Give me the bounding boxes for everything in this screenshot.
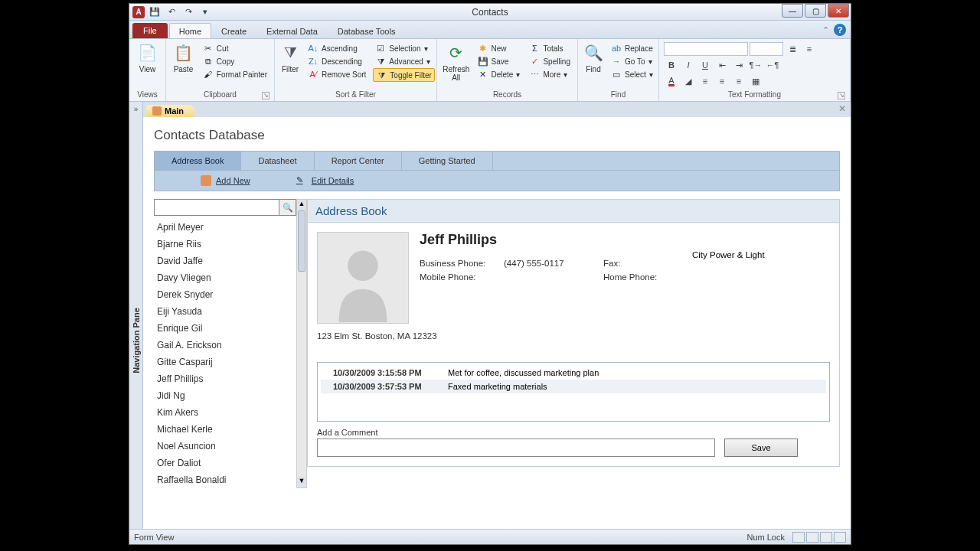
view-button[interactable]: 📄View [134,42,161,73]
list-item[interactable]: Davy Vliegen [154,269,296,286]
list-item[interactable]: Jeff Phillips [154,370,296,387]
list-item[interactable]: Eiji Yasuda [154,303,296,320]
edit-details-link[interactable]: ✎Edit Details [296,175,354,186]
tab-database-tools[interactable]: Database Tools [328,23,406,38]
remove-sort-button[interactable]: A⁄Remove Sort [305,68,368,80]
close-tab-icon[interactable]: ✕ [838,103,846,114]
design-view-icon[interactable] [834,532,846,543]
minimize-ribbon-icon[interactable]: ⌃ [822,25,829,35]
find-button[interactable]: 🔍Find [583,42,604,73]
search-input[interactable] [154,199,279,216]
italic-icon[interactable]: I [681,58,696,72]
layout-view-icon[interactable] [820,532,832,543]
subtab-datasheet[interactable]: Datasheet [241,152,314,170]
save-button[interactable]: Save [724,439,798,457]
indent-dec-icon[interactable]: ⇤ [714,58,730,72]
font-color-icon[interactable]: A [664,74,679,88]
format-painter-button[interactable]: 🖌Format Painter [201,68,270,80]
copy-button[interactable]: ⧉Copy [201,55,270,67]
minimize-button[interactable]: — [782,4,803,18]
file-tab[interactable]: File [132,23,168,38]
cut-button[interactable]: ✂Cut [201,42,270,54]
status-bar: Form View Num Lock [129,529,851,544]
qat-customize-icon[interactable]: ▾ [198,5,212,19]
scroll-down-icon[interactable]: ▼ [297,477,306,487]
sort-asc-icon: A↓ [308,43,318,54]
form-icon [152,106,162,116]
tab-create[interactable]: Create [211,23,256,38]
ltr-icon[interactable]: ¶→ [748,58,763,72]
align-center-icon[interactable]: ≡ [714,74,730,88]
close-button[interactable]: ✕ [828,4,849,18]
align-right-icon[interactable]: ≡ [731,74,746,88]
numbering-icon[interactable]: ≡ [802,42,817,56]
clipboard-dialog-icon[interactable]: ↘ [262,92,270,99]
bold-icon[interactable]: B [664,58,679,72]
font-size-select[interactable] [750,42,783,56]
toggle-filter-button[interactable]: ⧩Toggle Filter [373,68,434,82]
paste-button[interactable]: 📋Paste [171,42,196,73]
qat-undo-icon[interactable]: ↶ [165,5,178,19]
list-item[interactable]: Ofer Daliot [154,455,296,471]
gridlines-icon[interactable]: ▦ [748,74,763,88]
new-button[interactable]: ✱New [475,42,523,54]
font-family-select[interactable] [664,42,748,56]
expand-nav-icon[interactable]: » [129,102,142,113]
spelling-button[interactable]: ✓Spelling [527,55,573,67]
datasheet-view-icon[interactable] [806,532,818,543]
subtab-address-book[interactable]: Address Book [155,152,241,170]
filter-button[interactable]: ⧩Filter [279,42,301,73]
comment-input[interactable] [317,439,715,457]
navigation-pane-collapsed[interactable]: » Navigation Pane [129,102,143,529]
add-new-link[interactable]: Add New [201,175,250,186]
search-icon: 🔍 [283,203,293,213]
list-item[interactable]: Michael Kerle [154,421,296,438]
doc-tab-main[interactable]: Main [146,105,194,117]
replace-button[interactable]: abReplace [609,42,655,54]
subtab-getting-started[interactable]: Getting Started [402,152,493,170]
delete-button[interactable]: ✕Delete ▾ [475,68,523,80]
list-item[interactable]: Jidi Ng [154,387,296,404]
help-icon[interactable]: ? [834,24,846,36]
list-item[interactable]: Noel Asuncion [154,438,296,455]
tab-external-data[interactable]: External Data [256,23,328,38]
scroll-thumb[interactable] [298,210,305,272]
list-scrollbar[interactable]: ▲ ▼ [296,199,307,488]
goto-button[interactable]: →Go To ▾ [609,55,655,67]
list-item[interactable]: Raffaella Bonaldi [154,471,296,488]
scroll-up-icon[interactable]: ▲ [297,200,306,210]
list-item[interactable]: Gail A. Erickson [154,337,296,354]
descending-button[interactable]: Z↓Descending [305,55,368,67]
list-item[interactable]: Derek Snyder [154,286,296,303]
list-item[interactable]: David Jaffe [154,253,296,269]
ascending-button[interactable]: A↓Ascending [305,42,368,54]
totals-icon: Σ [529,43,540,54]
list-item[interactable]: Gitte Casparij [154,354,296,370]
indent-inc-icon[interactable]: ⇥ [731,58,746,72]
select-button[interactable]: ▭Select ▾ [609,68,655,80]
fill-color-icon[interactable]: ◢ [681,74,696,88]
refresh-all-button[interactable]: ⟳Refresh All [442,42,471,82]
advanced-button[interactable]: ⧩Advanced ▾ [373,55,434,67]
more-button[interactable]: ⋯More ▾ [527,68,573,80]
group-text-formatting: Text Formatting↘ [664,90,845,99]
subtab-report-center[interactable]: Report Center [315,152,402,170]
list-item[interactable]: April Meyer [154,219,296,236]
save-record-button[interactable]: 💾Save [475,55,523,67]
align-left-icon[interactable]: ≡ [697,74,713,88]
list-item[interactable]: Bjarne Riis [154,236,296,253]
textfmt-dialog-icon[interactable]: ↘ [838,92,845,99]
underline-icon[interactable]: U [697,58,713,72]
tab-home[interactable]: Home [169,23,211,38]
selection-button[interactable]: ☑Selection ▾ [373,42,434,54]
qat-redo-icon[interactable]: ↷ [181,5,195,19]
rtl-icon[interactable]: ←¶ [765,58,780,72]
totals-button[interactable]: ΣTotals [527,42,573,54]
qat-save-icon[interactable]: 💾 [148,5,162,19]
maximize-button[interactable]: ▢ [805,4,826,18]
search-button[interactable]: 🔍 [279,199,296,216]
list-item[interactable]: Enrique Gil [154,320,296,337]
form-view-icon[interactable] [792,532,805,543]
bullets-icon[interactable]: ≣ [785,42,800,56]
list-item[interactable]: Kim Akers [154,404,296,421]
